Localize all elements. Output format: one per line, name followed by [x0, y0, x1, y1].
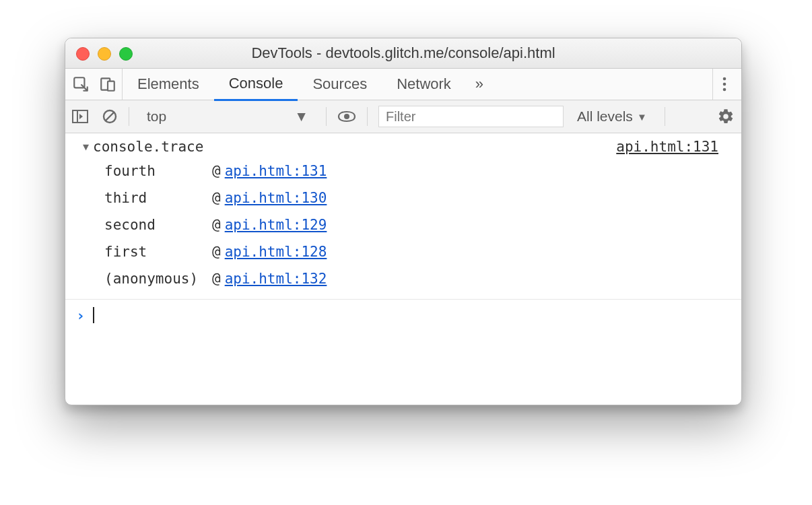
trace-source-link[interactable]: api.html:131 — [616, 139, 731, 155]
log-levels-dropdown[interactable]: All levels ▼ — [570, 108, 654, 125]
at-symbol: @ — [212, 271, 225, 287]
tab-elements[interactable]: Elements — [123, 69, 214, 100]
svg-line-9 — [106, 112, 114, 121]
devtools-window: DevTools - devtools.glitch.me/console/ap… — [65, 38, 742, 405]
stack-trace: fourth @ api.html:131 third @ api.html:1… — [65, 158, 741, 296]
stack-source-link[interactable]: api.html:128 — [225, 244, 327, 260]
at-symbol: @ — [212, 190, 225, 206]
at-symbol: @ — [212, 163, 225, 179]
console-settings-icon[interactable] — [717, 108, 735, 125]
filter-input[interactable] — [378, 106, 564, 127]
stack-frame: fourth @ api.html:131 — [104, 158, 741, 184]
prompt-caret-icon: › — [76, 307, 93, 324]
tab-network[interactable]: Network — [382, 69, 466, 100]
inspect-element-icon[interactable] — [72, 75, 90, 93]
trace-header-row: ▼ console.trace api.html:131 — [65, 137, 741, 158]
stack-frame: first @ api.html:128 — [104, 238, 741, 265]
titlebar: DevTools - devtools.glitch.me/console/ap… — [65, 38, 741, 69]
live-expression-icon[interactable] — [337, 110, 356, 123]
devtools-tabs: Elements Console Sources Network » — [65, 69, 741, 100]
stack-frame: third @ api.html:130 — [104, 184, 741, 211]
svg-point-10 — [344, 114, 349, 119]
stack-fn-name: second — [104, 217, 212, 233]
stack-fn-name: (anonymous) — [104, 271, 212, 287]
minimize-window-button[interactable] — [98, 47, 111, 61]
stack-source-link[interactable]: api.html:131 — [225, 163, 327, 179]
at-symbol: @ — [212, 244, 225, 260]
devtools-menu-button[interactable] — [712, 69, 736, 100]
window-title: DevTools - devtools.glitch.me/console/ap… — [65, 44, 741, 62]
stack-fn-name: first — [104, 244, 212, 260]
svg-point-4 — [723, 83, 726, 86]
trace-label: console.trace — [93, 139, 203, 155]
console-prompt[interactable]: › — [65, 300, 741, 331]
chevron-down-icon: ▼ — [294, 108, 308, 125]
chevron-down-icon: ▼ — [637, 111, 647, 123]
console-output: ▼ console.trace api.html:131 fourth @ ap… — [65, 133, 741, 331]
tabs-left-icons — [71, 69, 123, 100]
close-window-button[interactable] — [76, 47, 90, 61]
stack-source-link[interactable]: api.html:132 — [225, 271, 327, 287]
clear-console-icon[interactable] — [102, 108, 118, 125]
zoom-window-button[interactable] — [119, 47, 133, 61]
window-controls — [76, 47, 133, 61]
disclosure-triangle-icon[interactable]: ▼ — [83, 141, 89, 153]
stack-fn-name: third — [104, 190, 212, 206]
stack-source-link[interactable]: api.html:129 — [225, 217, 327, 233]
stack-source-link[interactable]: api.html:130 — [225, 190, 327, 206]
tab-console[interactable]: Console — [214, 68, 298, 101]
log-levels-label: All levels — [577, 108, 633, 125]
device-toolbar-icon[interactable] — [99, 75, 116, 93]
tab-sources[interactable]: Sources — [298, 69, 382, 100]
at-symbol: @ — [212, 217, 225, 233]
execution-context-label: top — [147, 108, 166, 125]
stack-fn-name: fourth — [104, 163, 212, 179]
svg-point-5 — [723, 88, 726, 92]
svg-point-3 — [723, 77, 726, 81]
toggle-sidebar-icon[interactable] — [72, 110, 88, 123]
stack-frame: second @ api.html:129 — [104, 211, 741, 238]
execution-context-dropdown[interactable]: top ▼ — [140, 105, 315, 128]
svg-rect-2 — [108, 81, 114, 91]
text-cursor — [93, 307, 94, 323]
tabs-overflow-button[interactable]: » — [466, 75, 493, 93]
stack-frame: (anonymous) @ api.html:132 — [104, 265, 741, 292]
console-toolbar: top ▼ All levels ▼ — [65, 100, 741, 133]
